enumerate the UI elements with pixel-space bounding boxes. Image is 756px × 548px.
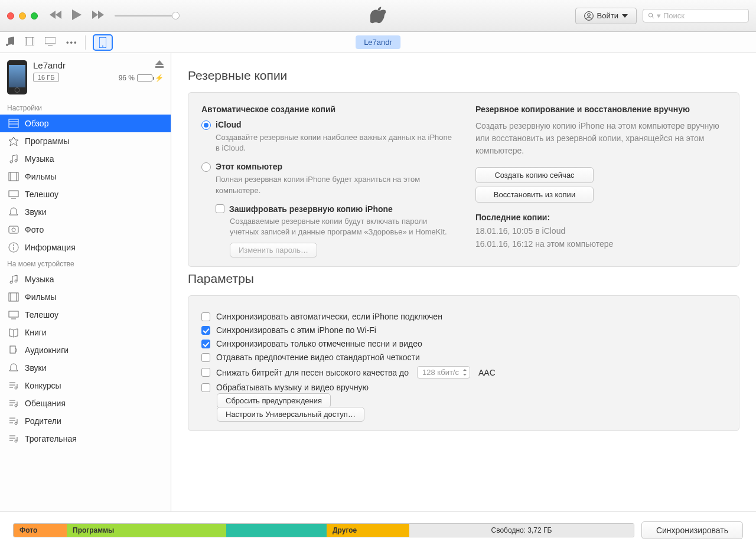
encrypt-label: Зашифровать резервную копию iPhone (229, 204, 393, 214)
sidebar-item-label: Родители (25, 416, 61, 426)
sidebar-item-label: Музыка (25, 275, 54, 284)
tv-icon (8, 189, 19, 200)
universal-access-button[interactable]: Настроить Универсальный доступ… (217, 407, 364, 422)
svg-rect-7 (45, 37, 56, 44)
reset-warnings-button[interactable]: Сбросить предупреждения (217, 393, 331, 408)
films-icon (8, 171, 19, 182)
sidebar-settings-item[interactable]: Программы (0, 132, 171, 150)
device-tab-button[interactable] (93, 34, 113, 51)
music-tab-icon[interactable] (6, 37, 14, 48)
manual-manage-label: Обрабатывать музыку и видео вручную (216, 383, 369, 392)
sidebar-item-label: Звуки (25, 207, 47, 217)
sidebar-settings-item[interactable]: Фильмы (0, 168, 171, 185)
sidebar-item-label: Конкурсы (25, 381, 61, 390)
bitrate-suffix: AAC (478, 368, 496, 377)
apple-logo-icon (370, 6, 386, 25)
prev-track-icon[interactable] (50, 11, 61, 21)
minimize-window-button[interactable] (19, 12, 26, 19)
photos-icon (8, 224, 19, 235)
more-tab-icon[interactable]: ••• (66, 38, 78, 47)
auto-backup-heading: Автоматическое создание копий (201, 105, 452, 114)
volume-slider[interactable] (115, 15, 180, 17)
sd-video-checkbox[interactable] (201, 353, 210, 362)
sidebar-settings-item[interactable]: Обзор (0, 115, 171, 132)
svg-point-38 (15, 387, 17, 389)
bitrate-select[interactable]: 128 кбит/с (417, 366, 470, 379)
svg-point-15 (15, 159, 17, 162)
sidebar-settings-item[interactable]: Фото (0, 221, 171, 239)
sidebar-device-item[interactable]: Телешоу (0, 306, 171, 324)
computer-label: Этот компьютер (216, 162, 282, 171)
sidebar-item-label: Информация (25, 243, 76, 252)
sidebar-settings-item[interactable]: Звуки (0, 203, 171, 221)
sidebar-device-item[interactable]: Книги (0, 324, 171, 341)
checked-only-label: Синхронизировать только отмеченные песни… (216, 339, 422, 348)
manual-manage-checkbox[interactable] (201, 383, 210, 392)
sidebar-item-label: Фильмы (25, 292, 57, 302)
apps-icon (8, 136, 19, 146)
tv-tab-icon[interactable] (45, 37, 56, 47)
sidebar-settings-item[interactable]: Музыка (0, 150, 171, 168)
auto-sync-checkbox[interactable] (201, 312, 210, 321)
sync-button[interactable]: Синхронизировать (641, 521, 743, 539)
sidebar-device-item[interactable]: Аудиокниги (0, 341, 171, 359)
play-icon[interactable] (72, 9, 82, 22)
sidebar-settings-item[interactable]: Информация (0, 239, 171, 256)
svg-point-10 (102, 45, 103, 47)
audiobooks-icon (8, 345, 19, 355)
signin-button[interactable]: Войти (575, 8, 637, 24)
icloud-radio[interactable] (201, 120, 211, 130)
computer-radio[interactable] (201, 162, 211, 172)
sidebar-item-label: Музыка (25, 154, 54, 164)
svg-point-26 (10, 281, 12, 283)
checked-only-checkbox[interactable] (201, 340, 210, 348)
eject-icon[interactable] (119, 60, 164, 70)
device-name-pill[interactable]: Le7andr (356, 35, 400, 49)
sidebar-item-label: Программы (25, 136, 70, 146)
storage-seg-photo: Фото (14, 524, 67, 537)
tones-icon (8, 363, 19, 373)
change-password-button[interactable]: Изменить пароль… (230, 243, 317, 257)
films-tab-icon[interactable] (25, 37, 34, 47)
music-icon (8, 154, 19, 164)
storage-bar: Фото Программы Другое Свободно: 3,72 ГБ … (0, 511, 756, 548)
overview-icon (8, 118, 19, 129)
device-image (7, 60, 27, 94)
svg-rect-21 (9, 226, 18, 233)
manual-backup-desc: Создать резервную копию iPhone на этом к… (475, 120, 726, 157)
svg-point-14 (10, 161, 12, 163)
icloud-desc: Создавайте резервные копии наиболее важн… (216, 132, 452, 154)
sidebar: Le7andr 16 ГБ 96 % ⚡ Настройки ОбзорПрог… (0, 53, 171, 511)
zoom-window-button[interactable] (31, 12, 38, 19)
sidebar-settings-item[interactable]: Телешоу (0, 185, 171, 203)
sidebar-device-item[interactable]: Обещания (0, 394, 171, 412)
bitrate-checkbox[interactable] (201, 368, 210, 377)
info-icon (8, 242, 19, 253)
restore-backup-button[interactable]: Восстановить из копии (475, 187, 594, 203)
charging-icon: ⚡ (155, 74, 164, 82)
close-window-button[interactable] (7, 12, 14, 19)
svg-point-43 (15, 405, 17, 407)
battery-percent: 96 % (119, 74, 135, 82)
sidebar-device-item[interactable]: Конкурсы (0, 377, 171, 394)
sidebar-device-item[interactable]: Родители (0, 412, 171, 430)
titlebar: Войти ▾ (0, 0, 756, 32)
svg-line-3 (652, 17, 654, 18)
sidebar-device-item[interactable]: Музыка (0, 270, 171, 288)
sidebar-device-item[interactable]: Фильмы (0, 288, 171, 306)
battery-icon (137, 74, 152, 81)
search-input[interactable] (663, 11, 744, 20)
sidebar-item-label: Обещания (25, 399, 66, 408)
encrypt-checkbox[interactable] (216, 204, 224, 213)
wifi-sync-checkbox[interactable] (201, 326, 210, 335)
next-track-icon[interactable] (92, 11, 104, 21)
sidebar-device-item[interactable]: Трогательная (0, 430, 171, 448)
playlist-icon (8, 380, 19, 391)
storage-seg-apps: Программы (67, 524, 226, 537)
search-box[interactable]: ▾ (643, 9, 749, 22)
sidebar-device-item[interactable]: Звуки (0, 359, 171, 377)
svg-rect-28 (9, 293, 18, 301)
sidebar-item-label: Обзор (25, 119, 48, 128)
phone-icon (99, 37, 106, 48)
backup-now-button[interactable]: Создать копию сейчас (475, 167, 594, 183)
